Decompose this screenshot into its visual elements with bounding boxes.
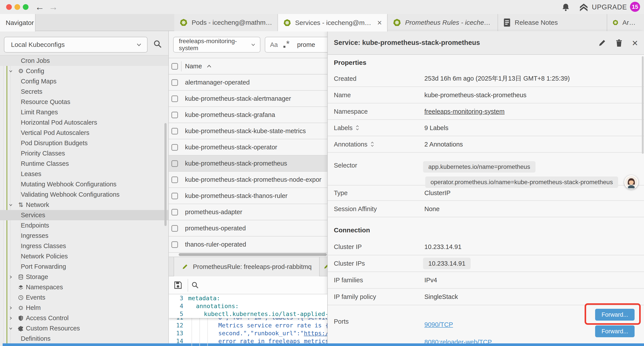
table-row[interactable]: thanos-ruler-operated	[169, 237, 327, 253]
table-row[interactable]: prometheus-adapter	[169, 204, 327, 220]
sidebar-item-ingress-classes[interactable]: Ingress Classes	[0, 241, 169, 251]
sidebar-item-runtime-classes[interactable]: Runtime Classes	[0, 159, 169, 169]
property-row-ip-family-policy: IP family policy SingleStack	[328, 289, 644, 305]
table-row[interactable]: prometheus-operated	[169, 220, 327, 237]
sidebar-item-network-policies[interactable]: Network Policies	[0, 251, 169, 262]
sidebar-item-secrets[interactable]: Secrets	[0, 86, 169, 97]
save-icon[interactable]	[174, 281, 182, 290]
horizontal-scrollbar[interactable]	[179, 253, 327, 256]
sidebar-scrollbar[interactable]	[164, 123, 166, 226]
sidebar-item-namespaces[interactable]: Namespaces	[0, 282, 169, 292]
table-row-selected[interactable]: kube-prometheus-stack-prometheus	[169, 155, 327, 172]
sidebar-item-network[interactable]: ⇅Network	[0, 200, 169, 210]
row-checkbox[interactable]	[172, 95, 178, 102]
row-checkbox[interactable]	[172, 112, 178, 118]
sidebar-item-validating-webhook-configurations[interactable]: Validating Webhook Configurations	[0, 189, 169, 200]
kubeconfig-selector[interactable]: Local Kubeconfigs	[4, 37, 148, 52]
selector-chip: app.kubernetes.io/name=prometheus	[423, 161, 536, 173]
search-icon[interactable]	[153, 39, 162, 49]
shield-icon	[17, 315, 25, 321]
sidebar-item-access-control[interactable]: Access Control	[0, 313, 169, 323]
sidebar-item-resource-quotas[interactable]: Resource Quotas	[0, 97, 169, 107]
tab-pods[interactable]: Pods - icecheng@mathmas...	[174, 14, 278, 31]
namespace-selector[interactable]: freeleaps-monitoring-system	[173, 37, 260, 52]
row-checkbox[interactable]	[172, 79, 178, 86]
sidebar-item-config-maps[interactable]: Config Maps	[0, 76, 169, 86]
table-row[interactable]: alertmanager-operated	[169, 74, 327, 91]
tab-prometheus-rules[interactable]: Prometheus Rules - icecheng...	[388, 14, 498, 31]
assistant-avatar[interactable]	[624, 175, 638, 189]
sidebar-item-horizontal-pod-autoscalers[interactable]: Horizontal Pod Autoscalers	[0, 117, 169, 128]
code-line: 3metadata:	[169, 294, 327, 302]
sidebar-item-mutating-webhook-configurations[interactable]: Mutating Webhook Configurations	[0, 179, 169, 189]
yaml-editor[interactable]: 110","for":"1m","labels":{"service": 12M…	[169, 294, 327, 346]
sidebar-item-ingresses[interactable]: Ingresses	[0, 231, 169, 241]
sidebar-item-priority-classes[interactable]: Priority Classes	[0, 148, 169, 159]
sidebar-item-port-forwarding[interactable]: Port Forwarding	[0, 262, 169, 272]
sidebar-item-definitions[interactable]: Definitions	[0, 334, 169, 344]
trash-icon[interactable]	[615, 39, 623, 47]
code-link[interactable]: https://net	[304, 330, 327, 337]
expand-collapse-icon[interactable]	[370, 141, 374, 147]
window-minimize-button[interactable]	[14, 4, 20, 10]
notifications-badge[interactable]: 15	[630, 2, 640, 12]
table-row[interactable]: kube-prometheus-stack-kube-state-metrics	[169, 123, 327, 139]
sidebar-item-events[interactable]: Events	[0, 292, 169, 303]
sidebar-item-pod-disruption-budgets[interactable]: Pod Disruption Budgets	[0, 138, 169, 148]
expand-collapse-icon[interactable]	[356, 125, 359, 131]
sidebar-item-storage[interactable]: Storage	[0, 272, 169, 282]
row-checkbox[interactable]	[172, 160, 178, 167]
table-row[interactable]: kube-prometheus-stack-grafana	[169, 107, 327, 123]
search-input[interactable]: Aa * prome	[265, 37, 327, 52]
row-checkbox[interactable]	[172, 144, 178, 151]
editor-tab-prometheusrule[interactable]: PrometheusRule: freeleaps-prod-rabbitmq	[174, 257, 320, 276]
tab-label: Prometheus Rules - icecheng...	[405, 19, 492, 26]
find-icon[interactable]	[191, 281, 199, 289]
namespace-link[interactable]: freeleaps-monitoring-system	[424, 108, 504, 115]
close-tab-icon[interactable]: ×	[377, 19, 382, 26]
back-arrow-icon[interactable]: ←	[35, 2, 44, 12]
table-row[interactable]: kube-prometheus-stack-alertmanager	[169, 91, 327, 107]
sidebar-item-services[interactable]: Services	[0, 210, 169, 220]
details-scrollbar[interactable]	[642, 56, 644, 154]
port-link-8080[interactable]: 8080:reloader-web/TCP	[424, 339, 492, 343]
row-checkbox[interactable]	[172, 177, 178, 183]
row-checkbox[interactable]	[172, 241, 178, 248]
select-all-checkbox[interactable]	[172, 63, 178, 70]
sidebar-item-vertical-pod-autoscalers[interactable]: Vertical Pod Autoscalers	[0, 128, 169, 138]
property-row-annotations[interactable]: Annotations 2 Annotations	[328, 136, 644, 153]
tab-navigator[interactable]: Navigator	[0, 14, 36, 31]
table-row[interactable]: kube-prometheus-stack-prometheus-node-ex…	[169, 172, 327, 188]
sidebar-item-cron-jobs[interactable]: Cron Jobs	[0, 56, 169, 66]
case-sensitive-toggle[interactable]: Aa	[270, 41, 278, 48]
row-checkbox[interactable]	[172, 209, 178, 216]
sidebar-item-config[interactable]: ⚙Config	[0, 66, 169, 76]
sidebar-item-limit-ranges[interactable]: Limit Ranges	[0, 107, 169, 117]
row-checkbox[interactable]	[172, 193, 178, 199]
forward-arrow-icon[interactable]: →	[49, 2, 58, 12]
port-link-9090[interactable]: 9090/TCP	[424, 321, 453, 328]
edit-icon[interactable]	[598, 39, 606, 47]
window-close-button[interactable]	[6, 4, 12, 10]
sidebar-item-helm[interactable]: Helm	[0, 303, 169, 313]
row-checkbox[interactable]	[172, 225, 178, 232]
tab-release-notes[interactable]: Release Notes	[498, 14, 607, 31]
property-row-labels[interactable]: Labels 9 Labels	[328, 120, 644, 136]
row-checkbox[interactable]	[172, 128, 178, 134]
table-row[interactable]: kube-prometheus-stack-operator	[169, 139, 327, 155]
sidebar-item-custom-resources[interactable]: Custom Resources	[0, 323, 169, 334]
editor-tab-partial[interactable]	[324, 263, 327, 269]
tab-argo[interactable]: Argo Se	[607, 14, 644, 31]
window-zoom-button[interactable]	[23, 4, 28, 10]
sidebar-item-endpoints[interactable]: Endpoints	[0, 220, 169, 231]
tab-services[interactable]: Services - icecheng@math... ×	[278, 14, 388, 31]
bell-icon[interactable]	[562, 3, 570, 11]
forward-button-8080[interactable]: Forward...	[595, 326, 634, 337]
column-header-name[interactable]: Name	[185, 63, 212, 70]
chevron-down-icon	[9, 203, 17, 207]
upgrade-button[interactable]: UPGRADE	[579, 3, 627, 11]
table-row[interactable]: kube-prometheus-stack-thanos-ruler	[169, 188, 327, 204]
sidebar-item-leases[interactable]: Leases	[0, 169, 169, 179]
regex-toggle[interactable]: *	[284, 40, 291, 49]
close-icon[interactable]: ×	[632, 38, 638, 47]
